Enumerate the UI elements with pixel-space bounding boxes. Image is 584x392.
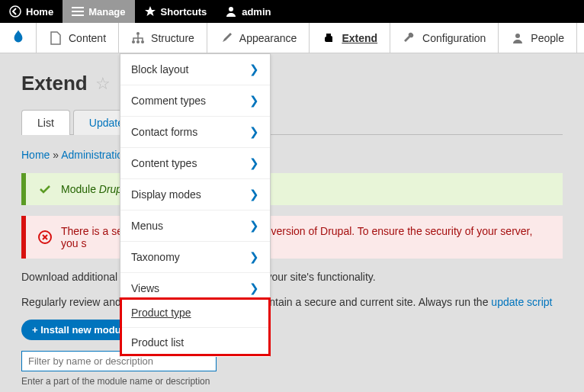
topbar-admin[interactable]: admin [216,0,280,23]
dd-product-type[interactable]: Product type [120,297,270,327]
topbar-home[interactable]: Home [0,0,63,23]
svg-rect-1 [72,7,84,8]
tab-content[interactable]: Content [37,23,119,53]
structure-dropdown-extra: Product type Product list [120,297,271,357]
tab-appearance[interactable]: Appearance [207,23,310,53]
breadcrumb-home[interactable]: Home [21,149,50,161]
hierarchy-icon [131,31,145,45]
document-icon [49,31,63,45]
people-icon [511,31,525,45]
tab-structure-label: Structure [151,32,194,44]
wrench-icon [403,31,416,45]
chevron-right-icon: ❯ [249,63,259,76]
subtabs: List Update [21,109,563,135]
topbar-shortcuts-label: Shortcuts [161,6,207,18]
tab-people-label: People [531,32,564,44]
status-message-success: Module Drupaled. [21,173,563,205]
dd-content-types[interactable]: Content types❯ [120,147,270,178]
svg-point-8 [141,40,144,43]
dd-comment-types[interactable]: Comment types❯ [120,85,270,116]
chevron-right-icon: ❯ [249,250,259,264]
chevron-right-icon: ❯ [249,94,259,108]
update-script-link[interactable]: update script [491,296,552,308]
admin-topbar: Home Manage Shortcuts admin [0,0,584,23]
page-content: Extend ☆ List Update Home » Administrati… [0,53,584,392]
tab-extend-label: Extend [342,32,377,44]
structure-dropdown: Block layout❯ Comment types❯ Contact for… [120,53,271,304]
dd-contact-forms[interactable]: Contact forms❯ [120,116,270,147]
chevron-right-icon: ❯ [249,188,259,201]
check-icon [38,182,52,196]
breadcrumb-admin[interactable]: Administration [61,149,129,161]
chevron-right-icon: ❯ [249,156,259,170]
dd-taxonomy[interactable]: Taxonomy❯ [120,241,270,272]
tab-content-label: Content [69,32,106,44]
tab-appearance-label: Appearance [239,32,297,44]
svg-point-9 [515,34,520,38]
star-icon [144,5,156,18]
chevron-right-icon: ❯ [249,281,259,295]
tab-configuration[interactable]: Configuration [390,23,499,53]
subtab-list[interactable]: List [21,110,70,135]
status-message-error: There is a security update available for… [21,216,563,259]
topbar-manage-label: Manage [88,6,125,18]
topbar-admin-label: admin [242,6,271,18]
filter-help-text: Enter a part of the module name or descr… [21,376,563,387]
hamburger-icon [72,5,84,18]
tab-configuration-label: Configuration [422,32,486,44]
dd-block-layout[interactable]: Block layout❯ [120,54,270,85]
topbar-home-label: Home [26,6,53,18]
dd-menus[interactable]: Menus❯ [120,210,270,241]
page-title: Extend [21,72,88,95]
dd-display-modes[interactable]: Display modes❯ [120,178,270,210]
drupal-logo[interactable] [0,23,37,53]
tab-people[interactable]: People [499,23,577,53]
svg-point-7 [136,40,140,43]
svg-rect-2 [72,11,84,12]
svg-point-0 [10,6,21,17]
topbar-manage[interactable]: Manage [63,0,134,23]
intro-text-2: Regularly review and install available u… [21,294,563,310]
tab-extend[interactable]: Extend [310,23,390,53]
dd-product-list[interactable]: Product list [120,327,270,357]
svg-point-6 [132,40,135,43]
svg-point-4 [229,7,233,11]
breadcrumb: Home » Administration [21,149,563,161]
error-icon [38,230,52,244]
tab-structure[interactable]: Structure [119,23,207,53]
paintbrush-icon [220,31,233,45]
back-icon [9,5,21,18]
chevron-right-icon: ❯ [249,125,259,139]
svg-point-5 [136,32,140,35]
user-icon [225,5,237,18]
intro-text-1: Download additional contributed modules … [21,269,563,285]
topbar-shortcuts[interactable]: Shortcuts [135,0,217,23]
admin-tabbar: Content Structure Appearance Extend Conf… [0,23,584,53]
favorite-star-icon[interactable]: ☆ [95,74,111,94]
svg-rect-3 [72,14,84,16]
puzzle-icon [322,31,335,45]
chevron-right-icon: ❯ [249,219,259,233]
